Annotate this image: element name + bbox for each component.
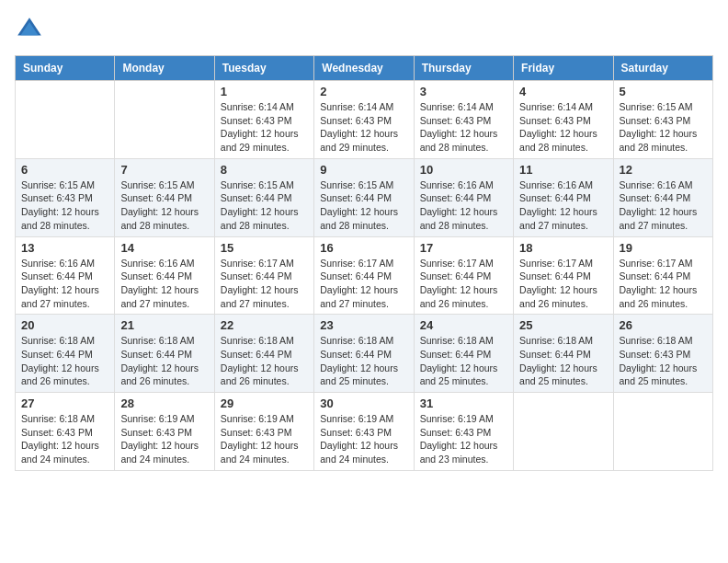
day-number: 17 [420,241,507,255]
calendar-cell [613,393,712,471]
calendar-cell: 15Sunrise: 6:17 AMSunset: 6:44 PMDayligh… [214,236,313,315]
day-number: 2 [320,85,407,98]
logo [15,15,48,44]
day-number: 10 [420,163,507,177]
day-info: Sunrise: 6:17 AMSunset: 6:44 PMDaylight:… [420,257,507,311]
calendar-cell [514,393,613,471]
day-of-week-header: Monday [115,56,214,81]
day-info: Sunrise: 6:15 AMSunset: 6:43 PMDaylight:… [21,178,108,233]
day-info: Sunrise: 6:16 AMSunset: 6:44 PMDaylight:… [620,178,707,233]
day-number: 12 [620,163,707,177]
day-number: 14 [120,241,208,255]
day-number: 20 [21,318,108,332]
day-number: 31 [420,396,507,410]
day-info: Sunrise: 6:18 AMSunset: 6:43 PMDaylight:… [620,334,707,388]
day-info: Sunrise: 6:15 AMSunset: 6:44 PMDaylight:… [221,178,308,233]
calendar-cell: 11Sunrise: 6:16 AMSunset: 6:44 PMDayligh… [514,158,613,236]
calendar-cell: 1Sunrise: 6:14 AMSunset: 6:43 PMDaylight… [214,81,313,159]
calendar-cell: 8Sunrise: 6:15 AMSunset: 6:44 PMDaylight… [214,158,313,236]
day-number: 25 [519,318,607,332]
day-info: Sunrise: 6:16 AMSunset: 6:44 PMDaylight:… [519,178,607,233]
day-info: Sunrise: 6:14 AMSunset: 6:43 PMDaylight:… [221,100,308,155]
day-info: Sunrise: 6:16 AMSunset: 6:44 PMDaylight:… [21,257,108,311]
day-of-week-header: Thursday [414,56,513,81]
day-number: 3 [420,85,507,98]
day-number: 22 [221,318,308,332]
calendar-week-row: 13Sunrise: 6:16 AMSunset: 6:44 PMDayligh… [16,236,713,315]
day-number: 27 [21,396,108,410]
calendar-cell: 7Sunrise: 6:15 AMSunset: 6:44 PMDaylight… [115,158,214,236]
calendar-cell: 9Sunrise: 6:15 AMSunset: 6:44 PMDaylight… [314,158,414,236]
calendar-cell: 21Sunrise: 6:18 AMSunset: 6:44 PMDayligh… [115,315,214,393]
day-number: 8 [221,163,308,177]
day-info: Sunrise: 6:14 AMSunset: 6:43 PMDaylight:… [519,100,607,155]
day-number: 21 [120,318,208,332]
calendar-cell: 17Sunrise: 6:17 AMSunset: 6:44 PMDayligh… [414,236,513,315]
day-of-week-header: Tuesday [214,56,313,81]
calendar-cell: 13Sunrise: 6:16 AMSunset: 6:44 PMDayligh… [16,236,115,315]
day-number: 15 [221,241,308,255]
day-number: 23 [320,318,407,332]
day-number: 28 [120,396,208,410]
day-info: Sunrise: 6:15 AMSunset: 6:44 PMDaylight:… [320,178,407,233]
day-number: 11 [519,163,607,177]
calendar-cell: 30Sunrise: 6:19 AMSunset: 6:43 PMDayligh… [314,393,414,471]
day-info: Sunrise: 6:18 AMSunset: 6:44 PMDaylight:… [120,334,208,388]
day-number: 16 [320,241,407,255]
calendar-cell: 25Sunrise: 6:18 AMSunset: 6:44 PMDayligh… [514,315,613,393]
day-number: 4 [519,85,607,98]
logo-icon [15,15,44,44]
calendar-cell: 31Sunrise: 6:19 AMSunset: 6:43 PMDayligh… [414,393,513,471]
day-of-week-header: Friday [514,56,613,81]
day-info: Sunrise: 6:17 AMSunset: 6:44 PMDaylight:… [620,257,707,311]
calendar-cell: 19Sunrise: 6:17 AMSunset: 6:44 PMDayligh… [613,236,712,315]
day-info: Sunrise: 6:17 AMSunset: 6:44 PMDaylight:… [519,257,607,311]
day-info: Sunrise: 6:19 AMSunset: 6:43 PMDaylight:… [120,412,208,466]
day-number: 9 [320,163,407,177]
calendar-cell: 18Sunrise: 6:17 AMSunset: 6:44 PMDayligh… [514,236,613,315]
day-of-week-header: Sunday [16,56,115,81]
day-info: Sunrise: 6:18 AMSunset: 6:44 PMDaylight:… [21,334,108,388]
day-info: Sunrise: 6:19 AMSunset: 6:43 PMDaylight:… [221,412,308,466]
day-info: Sunrise: 6:18 AMSunset: 6:44 PMDaylight:… [519,334,607,388]
day-info: Sunrise: 6:18 AMSunset: 6:44 PMDaylight:… [420,334,507,388]
day-info: Sunrise: 6:15 AMSunset: 6:43 PMDaylight:… [620,100,707,155]
day-number: 5 [620,85,707,98]
calendar-cell: 4Sunrise: 6:14 AMSunset: 6:43 PMDaylight… [514,81,613,159]
day-info: Sunrise: 6:18 AMSunset: 6:44 PMDaylight:… [221,334,308,388]
calendar-cell: 24Sunrise: 6:18 AMSunset: 6:44 PMDayligh… [414,315,513,393]
day-number: 7 [120,163,208,177]
page-header [15,15,713,44]
calendar-cell [115,81,214,159]
day-number: 1 [221,85,308,98]
calendar-week-row: 1Sunrise: 6:14 AMSunset: 6:43 PMDaylight… [16,81,713,159]
calendar-cell: 10Sunrise: 6:16 AMSunset: 6:44 PMDayligh… [414,158,513,236]
calendar-cell: 6Sunrise: 6:15 AMSunset: 6:43 PMDaylight… [16,158,115,236]
day-info: Sunrise: 6:16 AMSunset: 6:44 PMDaylight:… [120,257,208,311]
calendar-week-row: 20Sunrise: 6:18 AMSunset: 6:44 PMDayligh… [16,315,713,393]
day-number: 6 [21,163,108,177]
day-info: Sunrise: 6:18 AMSunset: 6:43 PMDaylight:… [21,412,108,466]
day-info: Sunrise: 6:17 AMSunset: 6:44 PMDaylight:… [221,257,308,311]
day-info: Sunrise: 6:15 AMSunset: 6:44 PMDaylight:… [120,178,208,233]
day-info: Sunrise: 6:17 AMSunset: 6:44 PMDaylight:… [320,257,407,311]
calendar-cell: 23Sunrise: 6:18 AMSunset: 6:44 PMDayligh… [314,315,414,393]
day-number: 18 [519,241,607,255]
day-info: Sunrise: 6:14 AMSunset: 6:43 PMDaylight:… [420,100,507,155]
day-of-week-header: Wednesday [314,56,414,81]
calendar-cell: 5Sunrise: 6:15 AMSunset: 6:43 PMDaylight… [613,81,712,159]
calendar-cell: 14Sunrise: 6:16 AMSunset: 6:44 PMDayligh… [115,236,214,315]
calendar-cell: 16Sunrise: 6:17 AMSunset: 6:44 PMDayligh… [314,236,414,315]
day-number: 26 [620,318,707,332]
calendar-cell: 3Sunrise: 6:14 AMSunset: 6:43 PMDaylight… [414,81,513,159]
calendar-cell: 27Sunrise: 6:18 AMSunset: 6:43 PMDayligh… [16,393,115,471]
calendar-cell: 2Sunrise: 6:14 AMSunset: 6:43 PMDaylight… [314,81,414,159]
calendar-cell: 22Sunrise: 6:18 AMSunset: 6:44 PMDayligh… [214,315,313,393]
calendar-cell [16,81,115,159]
calendar-cell: 12Sunrise: 6:16 AMSunset: 6:44 PMDayligh… [613,158,712,236]
day-number: 30 [320,396,407,410]
day-number: 19 [620,241,707,255]
calendar-cell: 26Sunrise: 6:18 AMSunset: 6:43 PMDayligh… [613,315,712,393]
calendar-cell: 29Sunrise: 6:19 AMSunset: 6:43 PMDayligh… [214,393,313,471]
calendar-cell: 28Sunrise: 6:19 AMSunset: 6:43 PMDayligh… [115,393,214,471]
